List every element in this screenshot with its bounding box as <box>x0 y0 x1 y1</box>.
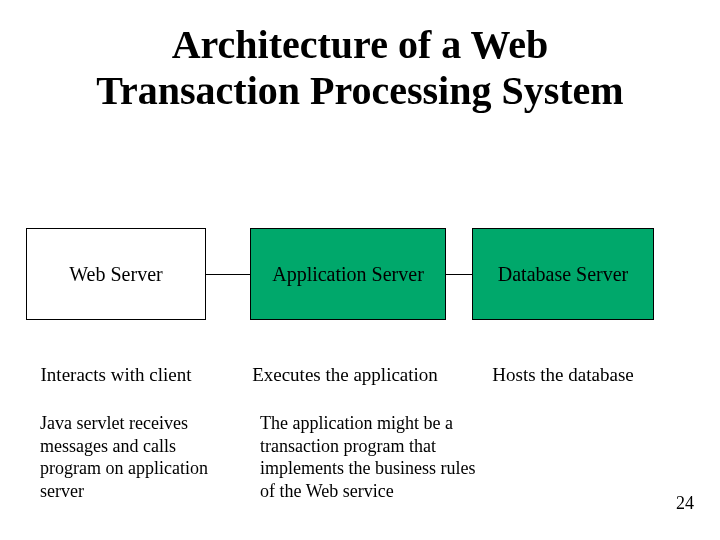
title-line2: Transaction Processing System <box>96 68 623 113</box>
database-server-caption: Hosts the database <box>472 364 654 386</box>
application-server-box: Application Server <box>250 228 446 320</box>
connector-web-app <box>206 274 250 275</box>
web-server-detail: Java servlet receives messages and calls… <box>40 412 230 502</box>
database-server-box: Database Server <box>472 228 654 320</box>
slide: Architecture of a Web Transaction Proces… <box>0 0 720 540</box>
web-server-label: Web Server <box>69 263 162 286</box>
application-server-detail: The application might be a transaction p… <box>260 412 480 502</box>
application-server-label: Application Server <box>272 263 424 286</box>
title-line1: Architecture of a Web <box>172 22 549 67</box>
slide-title: Architecture of a Web Transaction Proces… <box>0 22 720 114</box>
connector-app-db <box>446 274 472 275</box>
page-number: 24 <box>676 493 694 514</box>
web-server-box: Web Server <box>26 228 206 320</box>
database-server-label: Database Server <box>498 263 629 286</box>
application-server-caption: Executes the application <box>235 364 455 386</box>
web-server-caption: Interacts with client <box>26 364 206 386</box>
